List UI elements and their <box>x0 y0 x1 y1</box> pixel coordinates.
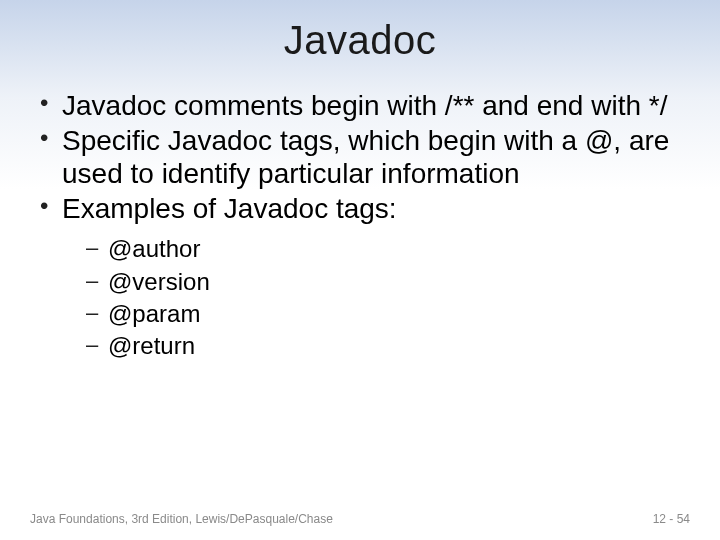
bullet-list: Javadoc comments begin with /** and end … <box>36 89 690 363</box>
footer-left-text: Java Foundations, 3rd Edition, Lewis/DeP… <box>30 512 333 526</box>
bullet-item: Examples of Javadoc tags: @author @versi… <box>36 192 690 363</box>
footer-right-text: 12 - 54 <box>653 512 690 526</box>
sub-bullet-item: @param <box>86 298 690 330</box>
sub-bullet-item: @version <box>86 266 690 298</box>
bullet-item: Javadoc comments begin with /** and end … <box>36 89 690 122</box>
bullet-item: Specific Javadoc tags, which begin with … <box>36 124 690 190</box>
slide-content: Javadoc comments begin with /** and end … <box>30 89 690 363</box>
slide: Javadoc Javadoc comments begin with /** … <box>0 0 720 540</box>
sub-bullet-list: @author @version @param @return <box>62 233 690 363</box>
sub-bullet-item: @author <box>86 233 690 265</box>
slide-title: Javadoc <box>30 18 690 63</box>
sub-bullet-item: @return <box>86 330 690 362</box>
slide-footer: Java Foundations, 3rd Edition, Lewis/DeP… <box>30 512 690 526</box>
bullet-item-text: Examples of Javadoc tags: <box>62 193 397 224</box>
